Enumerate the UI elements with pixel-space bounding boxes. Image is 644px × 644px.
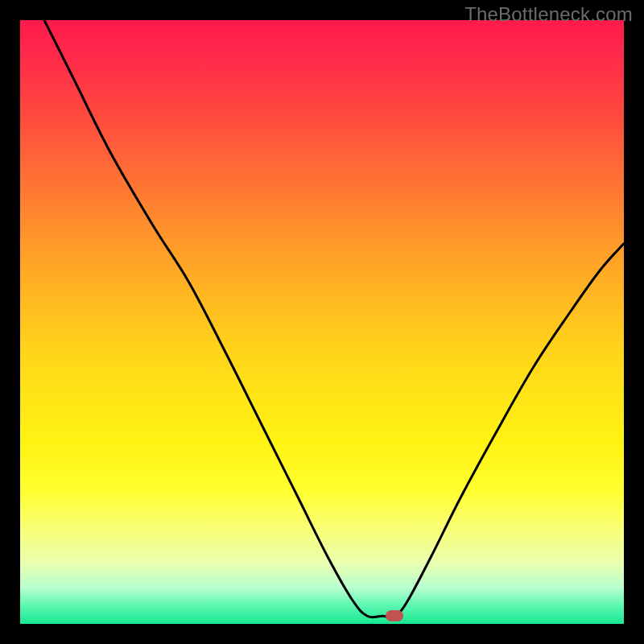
chart-frame: TheBottleneck.com [0, 0, 644, 644]
curve-path [44, 20, 624, 617]
bottleneck-curve [20, 20, 624, 624]
watermark-text: TheBottleneck.com [464, 3, 633, 26]
plot-area [20, 20, 624, 624]
minimum-marker [386, 610, 403, 621]
